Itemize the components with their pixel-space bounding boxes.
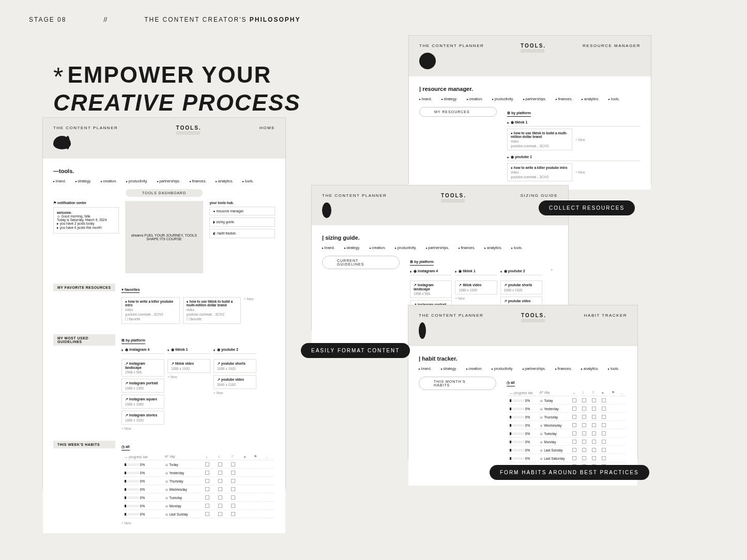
col-instagram[interactable]: ◉ instagram 4 bbox=[410, 268, 452, 275]
size-card[interactable]: ↗ instagram square1080 x 1080 bbox=[121, 395, 164, 409]
habit-row[interactable]: 0%☺ Monday bbox=[508, 439, 626, 446]
habit-row[interactable]: 0%☺ Thursday bbox=[123, 478, 274, 485]
nav-left[interactable]: THE CONTENT PLANNER bbox=[53, 126, 118, 130]
hub-sizing[interactable]: ◗ sizing guide. bbox=[209, 217, 275, 227]
tag-item[interactable]: creation. bbox=[466, 367, 483, 370]
tag-item[interactable]: strategy. bbox=[441, 367, 457, 370]
tools-panel: THE CONTENT PLANNER TOOLS. HOME —tools. … bbox=[42, 117, 286, 489]
tag-item[interactable]: analytics. bbox=[484, 246, 502, 250]
tag-item[interactable]: productivity. bbox=[492, 367, 513, 370]
nav-left[interactable]: THE CONTENT PLANNER bbox=[322, 193, 387, 198]
resources-pill[interactable]: MY RESOURCES bbox=[419, 107, 497, 117]
size-card[interactable]: ↗ tiktok video1080 x 1920 bbox=[167, 359, 210, 373]
habit-row[interactable]: 0%☺ Last Sunday bbox=[123, 511, 274, 518]
col-youtube[interactable]: ◉ youtube 1 bbox=[507, 153, 641, 161]
habit-row[interactable]: 0%☺ Wednesday bbox=[508, 422, 626, 429]
nav-right[interactable]: SIZING GUIDE bbox=[521, 193, 558, 198]
tag-item[interactable]: partnerships. bbox=[426, 246, 449, 250]
habit-row[interactable]: 0%☺ Today bbox=[508, 397, 626, 405]
col-tiktok[interactable]: ◉ tiktok 1 bbox=[167, 346, 210, 354]
tag-item[interactable]: brand. bbox=[419, 367, 432, 370]
habit-row[interactable]: 0%☺ Tuesday bbox=[508, 430, 626, 438]
tag-item[interactable]: strategy. bbox=[344, 246, 360, 250]
tag-item[interactable]: finances. bbox=[190, 179, 207, 183]
tag-item[interactable]: partnerships. bbox=[523, 97, 546, 101]
tag-item[interactable]: brand. bbox=[322, 246, 335, 250]
size-card[interactable]: ↗ instagram stories1080 x 1920 bbox=[121, 411, 164, 425]
col-tiktok[interactable]: ◉ tiktok 1 bbox=[507, 119, 641, 127]
pill-collect: COLLECT RESOURCES bbox=[539, 200, 635, 215]
habit-row[interactable]: 0%☺ Last Saturday bbox=[508, 455, 626, 462]
tag-item[interactable]: productivity. bbox=[492, 97, 514, 101]
tag-item[interactable]: finances. bbox=[555, 367, 572, 370]
add-new[interactable]: + New bbox=[575, 138, 641, 142]
tag-item[interactable]: productivity. bbox=[395, 246, 417, 250]
tag-item[interactable]: tools. bbox=[608, 97, 619, 101]
fav-card[interactable]: ● how to write a killer youtube intro vi… bbox=[121, 297, 180, 324]
col-youtube[interactable]: ◉ youtube 2 bbox=[214, 346, 256, 354]
guidelines-pill[interactable]: CURRENT GUIDELINES bbox=[322, 256, 400, 269]
tab-favorites[interactable]: ♥ favorites bbox=[121, 288, 140, 293]
size-card[interactable]: ↗ instagram landscape1568 x 566 bbox=[121, 359, 164, 377]
tag-item[interactable]: finances. bbox=[459, 246, 476, 250]
fav-card[interactable]: ● how to use tiktok to build a multi-mil… bbox=[183, 297, 241, 324]
add-new[interactable]: + New bbox=[121, 427, 164, 430]
nav-left[interactable]: THE CONTENT PLANNER bbox=[419, 43, 484, 48]
habit-row[interactable]: 0%☺ Yesterday bbox=[123, 470, 274, 477]
habit-row[interactable]: 0%☺ Today bbox=[123, 461, 274, 469]
add-new[interactable]: + New bbox=[167, 375, 210, 379]
col-tiktok[interactable]: ◉ tiktok 1 bbox=[455, 268, 497, 275]
add-col[interactable]: + bbox=[545, 268, 558, 275]
size-card[interactable]: ↗ youtube shorts1080 x 1920 bbox=[500, 281, 542, 294]
tag-item[interactable]: brand. bbox=[53, 179, 66, 183]
hub-resource[interactable]: ● resource manager. bbox=[209, 207, 275, 215]
habit-row[interactable]: 0%☺ Thursday bbox=[508, 414, 626, 421]
size-card[interactable]: ↗ instagram landscape1568 x 566 bbox=[410, 281, 452, 298]
res-card[interactable]: ● how to write a killer youtube introvid… bbox=[507, 163, 572, 181]
tag-item[interactable]: tools. bbox=[511, 246, 522, 250]
habits-pill[interactable]: THIS MONTH'S HABITS bbox=[419, 377, 496, 390]
col-instagram[interactable]: ◉ instagram 4 bbox=[121, 346, 164, 354]
hub-habit[interactable]: ◐ habit tracker. bbox=[209, 229, 275, 238]
habit-row[interactable]: 0%☺ Tuesday bbox=[123, 494, 274, 502]
tab-platform[interactable]: ⊞ by platform bbox=[410, 260, 434, 266]
res-card[interactable]: ● how to use tiktok to build a multi-mil… bbox=[507, 129, 572, 150]
size-card[interactable]: ↗ youtube video3840 x 2160 bbox=[214, 375, 256, 389]
tab-all[interactable]: ◷ all bbox=[507, 381, 515, 386]
tag-item[interactable]: analytics. bbox=[216, 179, 233, 183]
col-youtube[interactable]: ◉ youtube 2 bbox=[500, 268, 542, 275]
tag-item[interactable]: strategy. bbox=[441, 97, 458, 101]
add-new[interactable]: + New bbox=[121, 521, 275, 525]
habit-row[interactable]: 0%☺ Monday bbox=[123, 503, 274, 510]
nav-right[interactable]: HABIT TRACKER bbox=[584, 313, 627, 318]
size-card[interactable]: ↗ youtube shorts1080 x 1920 bbox=[214, 359, 256, 373]
add-new[interactable]: + New bbox=[575, 170, 641, 174]
size-card[interactable]: ↗ tiktok video1080 x 1920 bbox=[455, 281, 497, 294]
tag-item[interactable]: finances. bbox=[556, 97, 573, 101]
tag-item[interactable]: tools. bbox=[242, 179, 253, 183]
tag-item[interactable]: tools. bbox=[608, 367, 619, 370]
tag-item[interactable]: partnerships. bbox=[157, 179, 180, 183]
habit-row[interactable]: 0%☺ Yesterday bbox=[508, 406, 626, 413]
tag-item[interactable]: productivity. bbox=[126, 179, 148, 183]
tab-platform[interactable]: ⊞ by platform bbox=[121, 338, 145, 344]
tag-item[interactable]: analytics. bbox=[581, 367, 599, 370]
nav-right[interactable]: HOME bbox=[260, 126, 275, 130]
nav-left[interactable]: THE CONTENT PLANNER bbox=[419, 313, 483, 318]
add-new[interactable]: + New bbox=[244, 297, 275, 324]
habit-row[interactable]: 0%☺ Wednesday bbox=[123, 486, 274, 493]
add-new[interactable]: + New bbox=[455, 297, 497, 300]
size-card[interactable]: ↗ instagram portrait1080 x 1350 bbox=[121, 379, 164, 393]
tag-item[interactable]: creation. bbox=[467, 97, 483, 101]
tag-item[interactable]: creation. bbox=[370, 246, 386, 250]
tab-platform[interactable]: ⊞ by platform bbox=[507, 111, 531, 117]
tag-item[interactable]: creation. bbox=[101, 179, 117, 183]
tag-item[interactable]: analytics. bbox=[582, 97, 599, 101]
tab-all[interactable]: ◷ all bbox=[121, 445, 130, 450]
nav-right[interactable]: RESOURCE MANAGER bbox=[583, 43, 641, 48]
habit-row[interactable]: 0%☺ Last Sunday bbox=[508, 447, 626, 454]
add-new[interactable]: + New bbox=[214, 391, 256, 395]
tag-item[interactable]: brand. bbox=[419, 97, 432, 101]
tag-item[interactable]: partnerships. bbox=[523, 367, 546, 370]
tag-item[interactable]: strategy. bbox=[75, 179, 92, 183]
